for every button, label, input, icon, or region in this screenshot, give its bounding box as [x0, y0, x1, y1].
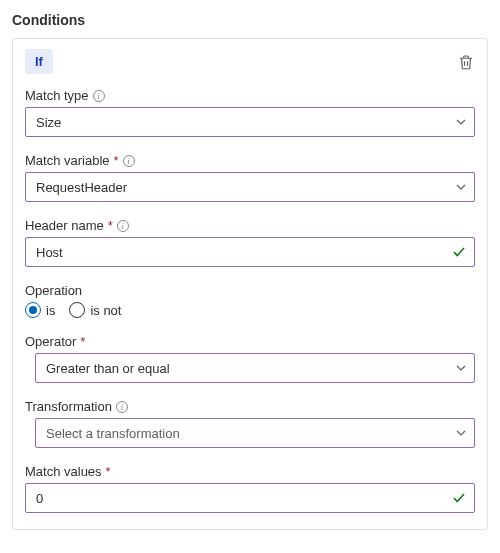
radio-icon — [25, 302, 41, 318]
chevron-down-icon — [456, 428, 466, 438]
transformation-placeholder: Select a transformation — [46, 426, 180, 441]
chevron-down-icon — [456, 117, 466, 127]
transformation-label: Transformation — [25, 399, 112, 414]
match-variable-value: RequestHeader — [36, 180, 127, 195]
required-marker: * — [108, 218, 113, 233]
match-variable-label: Match variable — [25, 153, 110, 168]
operator-select[interactable]: Greater than or equal — [35, 353, 475, 383]
operation-is-label: is — [46, 303, 55, 318]
info-icon[interactable]: i — [116, 401, 128, 413]
info-icon[interactable]: i — [123, 155, 135, 167]
operation-isnot-label: is not — [90, 303, 121, 318]
header-name-value: Host — [36, 245, 63, 260]
match-values-input[interactable]: 0 — [25, 483, 475, 513]
checkmark-icon — [452, 245, 466, 259]
delete-condition-button[interactable] — [457, 53, 475, 71]
match-type-select[interactable]: Size — [25, 107, 475, 137]
info-icon[interactable]: i — [93, 90, 105, 102]
operation-label: Operation — [25, 283, 82, 298]
match-variable-select[interactable]: RequestHeader — [25, 172, 475, 202]
match-values-label: Match values — [25, 464, 102, 479]
radio-icon — [69, 302, 85, 318]
conditions-heading: Conditions — [12, 12, 488, 28]
operator-value: Greater than or equal — [46, 361, 170, 376]
operation-radio-isnot[interactable]: is not — [69, 302, 121, 318]
condition-panel: If Match type i Size Match variable * i … — [12, 38, 488, 530]
trash-icon — [457, 53, 475, 71]
chevron-down-icon — [456, 363, 466, 373]
required-marker: * — [114, 153, 119, 168]
transformation-select[interactable]: Select a transformation — [35, 418, 475, 448]
required-marker: * — [106, 464, 111, 479]
match-values-value: 0 — [36, 491, 43, 506]
match-type-label: Match type — [25, 88, 89, 103]
header-name-label: Header name — [25, 218, 104, 233]
required-marker: * — [80, 334, 85, 349]
operation-radio-is[interactable]: is — [25, 302, 55, 318]
info-icon[interactable]: i — [117, 220, 129, 232]
checkmark-icon — [452, 491, 466, 505]
operator-label: Operator — [25, 334, 76, 349]
if-chip: If — [25, 49, 53, 74]
header-name-input[interactable]: Host — [25, 237, 475, 267]
match-type-value: Size — [36, 115, 61, 130]
chevron-down-icon — [456, 182, 466, 192]
